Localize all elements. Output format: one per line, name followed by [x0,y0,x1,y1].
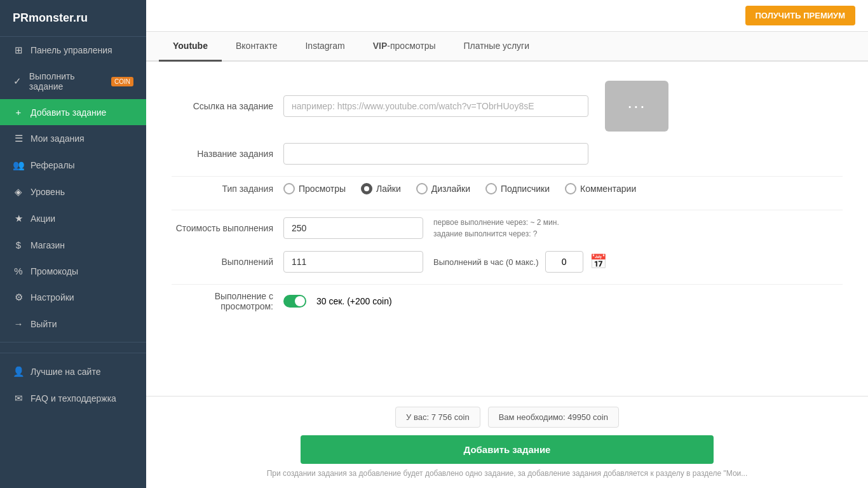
tab-youtube[interactable]: Youtube [159,32,222,62]
sidebar-item-level[interactable]: ◈ Уровень [0,179,146,205]
preview-dots: ··· [627,96,646,116]
radio-circle-dislikes [416,183,428,194]
radio-label-comments: Комментарии [580,184,636,194]
main-content: ПОЛУЧИТЬ ПРЕМИУМ YoutubeВконтактеInstagr… [146,0,868,488]
tab-vip[interactable]: VIP-просмотры [359,32,450,62]
exec-per-hour-group: Выполнений в час (0 макс.) 📅 [433,251,607,273]
user-coins-box: У вас: 7 756 coin [395,407,480,428]
sidebar-icon-logout: → [13,318,24,329]
sidebar-item-settings[interactable]: ⚙ Настройки [0,284,146,311]
executions-row: Выполнений Выполнений в час (0 макс.) 📅 [172,251,843,273]
cost-note: первое выполнение через: ~ 2 мин. задани… [433,217,559,240]
link-row: Ссылка на задание ··· [172,81,843,132]
watch-toggle[interactable] [283,295,306,308]
sidebar-label-logout: Выйти [31,319,57,329]
sidebar-bottom-divider [0,342,146,342]
sidebar-icon-settings: ⚙ [13,292,24,303]
radio-item-subscribers[interactable]: Подписчики [485,183,550,194]
sidebar-label-complete-task: Выполнить задание [29,71,101,92]
radio-item-views[interactable]: Просмотры [283,183,346,194]
sidebar-item-complete-task[interactable]: ✓ Выполнить задание COIN [0,64,146,99]
radio-circle-subscribers [485,183,497,194]
radio-label-dislikes: Дизлайки [431,184,470,194]
sidebar-icon-level: ◈ [13,186,24,198]
sidebar-item-faq[interactable]: ✉ FAQ и техподдержка [0,385,146,412]
needed-coins-box: Вам необходимо: 49950 coin [488,407,619,428]
exec-per-hour-input[interactable] [545,251,583,273]
sidebar-item-logout[interactable]: → Выйти [0,311,146,337]
task-type-row: Тип задания Просмотры Лайки Дизлайки Под… [172,183,843,194]
radio-group: Просмотры Лайки Дизлайки Подписчики Комм… [283,183,636,194]
preview-box: ··· [605,81,668,132]
task-type-label: Тип задания [172,184,273,194]
radio-label-subscribers: Подписчики [501,184,550,194]
name-row: Название задания [172,143,843,165]
sidebar-label-my-tasks: Мои задания [31,133,85,144]
sidebar-icon-add-task: + [13,107,24,118]
topbar: ПОЛУЧИТЬ ПРЕМИУМ [146,0,868,32]
sidebar-item-promotions[interactable]: ★ Акции [0,205,146,232]
sidebar-icon-shop: $ [13,240,24,250]
radio-item-likes[interactable]: Лайки [361,183,401,194]
executions-input[interactable] [283,251,423,273]
sidebar-icon-dashboard: ⊞ [13,44,24,56]
sidebar-label-faq: FAQ и техподдержка [31,393,116,403]
sidebar-item-shop[interactable]: $ Магазин [0,232,146,258]
sidebar-icon-faq: ✉ [13,393,24,404]
divider3 [172,284,843,285]
sidebar-label-dashboard: Панель управления [31,45,112,55]
add-task-button[interactable]: Добавить задание [301,435,714,464]
sidebar-icon-top-users: 👤 [13,366,24,377]
tab-label-vip: -просмотры [387,41,435,51]
link-label: Ссылка на задание [172,101,273,111]
tab-paid-services[interactable]: Платные услуги [450,32,544,62]
sidebar-label-level: Уровень [31,187,65,197]
radio-label-likes: Лайки [376,184,401,194]
watch-value: 30 сек. (+200 coin) [316,296,392,306]
radio-item-dislikes[interactable]: Дизлайки [416,183,470,194]
coins-row: У вас: 7 756 coin Вам необходимо: 49950 … [172,407,843,428]
sidebar-item-referrals[interactable]: 👥 Рефералы [0,152,146,179]
sidebar-label-add-task: Добавить задание [31,107,106,118]
sidebar-item-top-users[interactable]: 👤 Лучшие на сайте [0,358,146,385]
tab-vip-label: VIP [373,41,388,51]
sidebar-label-promotions: Акции [31,214,55,224]
executions-label: Выполнений [172,257,273,267]
cost-row: Стоимость выполнения первое выполнение ч… [172,217,843,240]
sidebar: PRmonster.ru ⊞ Панель управления ✓ Выпол… [0,0,146,488]
tab-instagram[interactable]: Instagram [291,32,358,62]
sidebar-label-referrals: Рефералы [31,160,75,170]
sidebar-icon-referrals: 👥 [13,159,24,171]
sidebar-label-top-users: Лучшие на сайте [31,367,100,377]
cost-note-line2: задание выполнится через: ? [433,228,559,240]
cost-note-line1: первое выполнение через: ~ 2 мин. [433,217,559,228]
content-area: Ссылка на задание ··· Название задания Т… [146,62,868,396]
divider1 [172,176,843,177]
name-input[interactable] [283,143,588,165]
user-coins-label: У вас: [406,412,429,422]
link-input[interactable] [283,95,588,117]
cost-label: Стоимость выполнения [172,223,273,233]
bottom-bar: У вас: 7 756 coin Вам необходимо: 49950 … [146,396,868,488]
sidebar-logo: PRmonster.ru [0,0,146,37]
sidebar-item-add-task[interactable]: + Добавить задание [0,99,146,125]
sidebar-label-shop: Магазин [31,240,65,250]
radio-item-comments[interactable]: Комментарии [565,183,636,194]
premium-button[interactable]: ПОЛУЧИТЬ ПРЕМИУМ [745,6,856,25]
cost-input[interactable] [283,217,423,239]
exec-per-hour-label: Выполнений в час (0 макс.) [433,257,539,267]
radio-label-views: Просмотры [299,184,346,194]
calendar-icon[interactable]: 📅 [590,254,607,270]
watch-row: Выполнение с просмотром: 30 сек. (+200 c… [172,291,843,311]
tabs-container: YoutubeВконтактеInstagramVIP-просмотрыПл… [146,32,868,62]
sidebar-label-settings: Настройки [31,292,74,302]
sidebar-icon-my-tasks: ☰ [13,133,24,144]
sidebar-icon-promo-codes: % [13,266,24,276]
radio-circle-comments [565,183,576,194]
sidebar-item-promo-codes[interactable]: % Промокоды [0,258,146,284]
radio-circle-views [283,183,295,194]
sidebar-item-my-tasks[interactable]: ☰ Мои задания [0,125,146,152]
sidebar-item-dashboard[interactable]: ⊞ Панель управления [0,37,146,64]
needed-coins-label: Вам необходимо: [499,412,566,422]
tab-vkontakte[interactable]: Вконтакте [222,32,292,62]
